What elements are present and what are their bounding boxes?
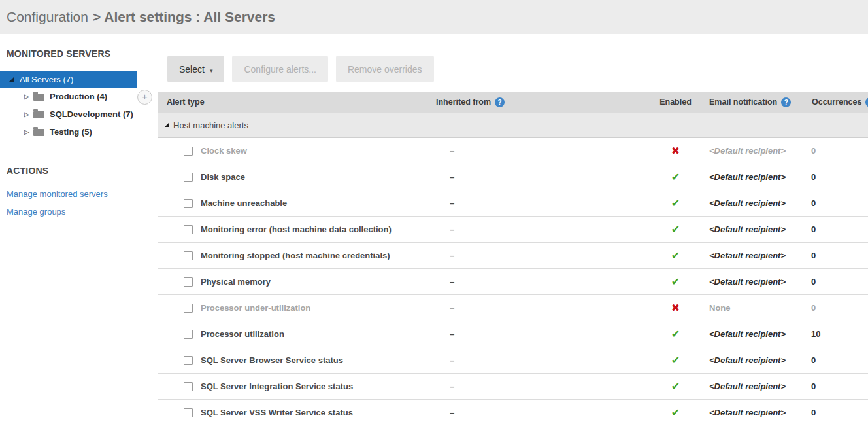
occurrences-cell: 0 <box>808 381 868 391</box>
inherited-from-value: – <box>450 224 454 234</box>
help-icon[interactable]: ? <box>495 97 505 107</box>
server-tree: All Servers (7) ▷ Production (4) ▷ SQLDe… <box>0 71 144 141</box>
column-header-inherited-from: Inherited from ? <box>436 97 658 107</box>
tree-item-all-servers[interactable]: All Servers (7) <box>0 71 137 88</box>
help-icon[interactable]: ? <box>865 97 868 107</box>
alert-settings-table: Alert type Inherited from ? Enabled Emai… <box>158 92 868 424</box>
enabled-cell: ✔ <box>658 354 693 366</box>
email-notification-cell: <Default recipient> <box>693 381 808 391</box>
collapsed-triangle-icon[interactable]: ▷ <box>24 111 33 118</box>
inherited-from-cell: – <box>436 329 658 339</box>
tree-item-sqldevelopment[interactable]: ▷ SQLDevelopment (7) <box>0 105 144 123</box>
table-row: Monitoring stopped (host machine credent… <box>158 243 868 269</box>
occurrences-cell: 0 <box>808 303 868 313</box>
expanded-triangle-icon[interactable] <box>9 77 14 82</box>
row-checkbox[interactable] <box>184 382 193 391</box>
inherited-from-value: – <box>450 198 454 208</box>
tree-item-label: Production (4) <box>50 92 107 101</box>
inherited-from-value: – <box>450 277 454 287</box>
table-row: Disk space – ✔ <Default recipient> 0 <box>158 164 868 190</box>
actions-heading: ACTIONS <box>0 166 144 176</box>
manage-groups-link[interactable]: Manage groups <box>7 207 144 217</box>
alert-type-cell: Monitoring error (host machine data coll… <box>158 224 436 234</box>
alert-type-cell: Monitoring stopped (host machine credent… <box>158 251 436 260</box>
manage-monitored-servers-link[interactable]: Manage monitored servers <box>7 189 144 199</box>
column-header-label: Occurrences <box>812 97 861 107</box>
alert-type-cell: SQL Server Integration Service status <box>158 381 436 391</box>
occurrences-cell: 0 <box>808 224 868 234</box>
row-checkbox[interactable] <box>184 251 193 260</box>
occurrences-value: 0 <box>811 224 816 234</box>
alert-name: Monitoring stopped (host machine credent… <box>201 251 390 260</box>
column-header-alert-type: Alert type <box>158 97 436 107</box>
row-checkbox[interactable] <box>184 173 193 182</box>
row-checkbox[interactable] <box>184 356 193 365</box>
disabled-cross-icon: ✖ <box>671 302 680 313</box>
column-header-enabled: Enabled <box>658 97 693 107</box>
table-row: Monitoring error (host machine data coll… <box>158 217 868 243</box>
email-notification-cell: <Default recipient> <box>693 355 808 365</box>
tree-item-testing[interactable]: ▷ Testing (5) <box>0 123 144 141</box>
alert-type-cell: Processor under-utilization <box>158 303 436 313</box>
column-header-label: Inherited from <box>436 97 491 107</box>
enabled-cell: ✔ <box>658 275 693 288</box>
enabled-check-icon: ✔ <box>671 224 680 235</box>
configure-alerts-button[interactable]: Configure alerts... <box>232 56 328 82</box>
inherited-from-value: – <box>450 381 454 391</box>
table-row: Physical memory – ✔ <Default recipient> … <box>158 269 868 295</box>
row-checkbox[interactable] <box>184 408 193 417</box>
occurrences-value: 0 <box>811 277 816 287</box>
enabled-check-icon: ✔ <box>671 250 680 261</box>
collapsed-triangle-icon[interactable]: ▷ <box>24 93 33 100</box>
inherited-from-cell: – <box>436 277 658 287</box>
inherited-from-value: – <box>450 172 454 182</box>
enabled-cell: ✔ <box>658 171 693 183</box>
inherited-from-cell: – <box>436 355 658 365</box>
collapsed-triangle-icon[interactable]: ▷ <box>24 128 33 135</box>
select-button[interactable]: Select▾ <box>167 56 224 82</box>
enabled-check-icon: ✔ <box>671 328 680 340</box>
alert-type-cell: Physical memory <box>158 277 436 287</box>
row-checkbox[interactable] <box>184 277 193 287</box>
occurrences-cell: 0 <box>808 355 868 365</box>
row-checkbox[interactable] <box>184 225 193 234</box>
table-row: Processor under-utilization – ✖ None 0 <box>158 295 868 321</box>
email-notification-cell: <Default recipient> <box>693 329 808 339</box>
tree-item-label: Testing (5) <box>50 127 92 137</box>
table-row: SQL Server Browser Service status – ✔ <D… <box>158 347 868 374</box>
inherited-from-cell: – <box>436 146 658 156</box>
row-checkbox[interactable] <box>184 147 193 156</box>
inherited-from-value: – <box>450 355 454 365</box>
alert-name: SQL Server VSS Writer Service status <box>201 408 353 417</box>
help-icon[interactable]: ? <box>781 97 791 107</box>
content-wrap: MONITORED SERVERS All Servers (7) ▷ Prod… <box>0 34 868 424</box>
row-checkbox[interactable] <box>184 304 193 313</box>
breadcrumb-section[interactable]: Configuration <box>7 9 88 25</box>
alert-table-body: Clock skew – ✖ <Default recipient> 0 Dis… <box>158 138 868 424</box>
inherited-from-cell: – <box>436 303 658 313</box>
group-row-label: Host machine alerts <box>173 120 248 130</box>
alert-name: Clock skew <box>201 146 247 156</box>
row-checkbox[interactable] <box>184 199 193 208</box>
alert-name: Monitoring error (host machine data coll… <box>201 224 392 234</box>
occurrences-cell: 0 <box>808 277 868 287</box>
add-group-button[interactable]: + <box>137 90 152 105</box>
inherited-from-value: – <box>450 329 454 339</box>
email-notification-cell: <Default recipient> <box>693 277 808 287</box>
action-links: Manage monitored servers Manage groups <box>0 189 144 217</box>
breadcrumb: Configuration > Alert settings : All Ser… <box>0 0 868 34</box>
email-notification-cell: <Default recipient> <box>693 198 808 208</box>
group-row-host-machine-alerts[interactable]: Host machine alerts <box>158 113 868 138</box>
alert-name: Processor under-utilization <box>201 303 310 313</box>
inherited-from-cell: – <box>436 408 658 417</box>
enabled-check-icon: ✔ <box>671 198 680 209</box>
occurrences-value: 0 <box>811 198 816 208</box>
row-checkbox[interactable] <box>184 330 193 339</box>
tree-item-production[interactable]: ▷ Production (4) <box>0 88 144 105</box>
expanded-triangle-icon[interactable] <box>165 123 169 127</box>
occurrences-value: 0 <box>811 355 816 365</box>
email-notification-cell: <Default recipient> <box>693 224 808 234</box>
email-value: <Default recipient> <box>709 277 786 287</box>
remove-overrides-button[interactable]: Remove overrides <box>336 56 434 82</box>
enabled-check-icon: ✔ <box>671 381 680 392</box>
